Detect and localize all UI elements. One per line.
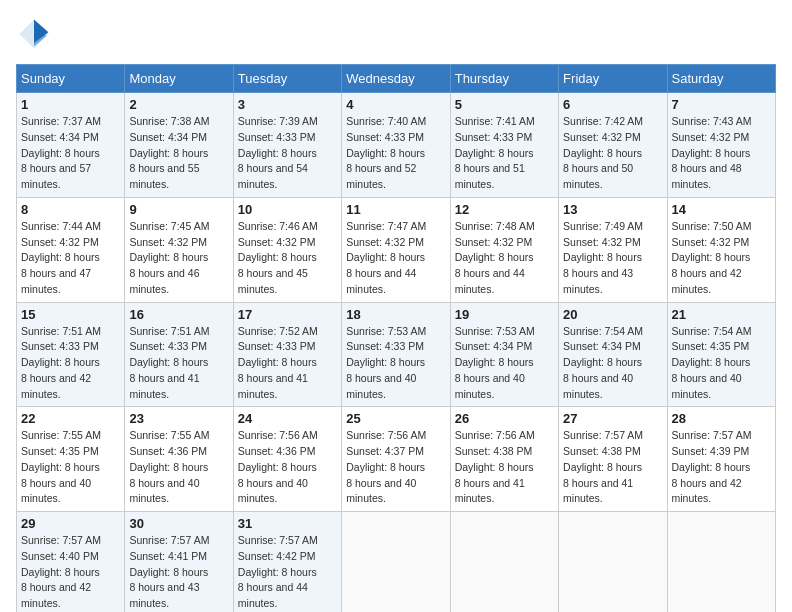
- day-info: Sunrise: 7:57 AMSunset: 4:42 PMDaylight:…: [238, 534, 318, 609]
- calendar-cell: 3 Sunrise: 7:39 AMSunset: 4:33 PMDayligh…: [233, 93, 341, 198]
- calendar-cell: 16 Sunrise: 7:51 AMSunset: 4:33 PMDaylig…: [125, 302, 233, 407]
- weekday-header-row: SundayMondayTuesdayWednesdayThursdayFrid…: [17, 65, 776, 93]
- weekday-header: Tuesday: [233, 65, 341, 93]
- day-number: 31: [238, 516, 337, 531]
- day-number: 11: [346, 202, 445, 217]
- day-info: Sunrise: 7:55 AMSunset: 4:35 PMDaylight:…: [21, 429, 101, 504]
- day-number: 7: [672, 97, 771, 112]
- calendar-cell: 29 Sunrise: 7:57 AMSunset: 4:40 PMDaylig…: [17, 512, 125, 613]
- calendar-week-row: 1 Sunrise: 7:37 AMSunset: 4:34 PMDayligh…: [17, 93, 776, 198]
- weekday-header: Friday: [559, 65, 667, 93]
- day-info: Sunrise: 7:49 AMSunset: 4:32 PMDaylight:…: [563, 220, 643, 295]
- weekday-header: Saturday: [667, 65, 775, 93]
- weekday-header: Sunday: [17, 65, 125, 93]
- day-number: 18: [346, 307, 445, 322]
- calendar-cell: 28 Sunrise: 7:57 AMSunset: 4:39 PMDaylig…: [667, 407, 775, 512]
- calendar-cell: 1 Sunrise: 7:37 AMSunset: 4:34 PMDayligh…: [17, 93, 125, 198]
- day-info: Sunrise: 7:52 AMSunset: 4:33 PMDaylight:…: [238, 325, 318, 400]
- day-info: Sunrise: 7:46 AMSunset: 4:32 PMDaylight:…: [238, 220, 318, 295]
- day-number: 13: [563, 202, 662, 217]
- calendar-cell: 20 Sunrise: 7:54 AMSunset: 4:34 PMDaylig…: [559, 302, 667, 407]
- day-info: Sunrise: 7:53 AMSunset: 4:33 PMDaylight:…: [346, 325, 426, 400]
- day-info: Sunrise: 7:48 AMSunset: 4:32 PMDaylight:…: [455, 220, 535, 295]
- weekday-header: Monday: [125, 65, 233, 93]
- day-number: 4: [346, 97, 445, 112]
- day-info: Sunrise: 7:45 AMSunset: 4:32 PMDaylight:…: [129, 220, 209, 295]
- day-number: 16: [129, 307, 228, 322]
- calendar-cell: 2 Sunrise: 7:38 AMSunset: 4:34 PMDayligh…: [125, 93, 233, 198]
- weekday-header: Wednesday: [342, 65, 450, 93]
- day-number: 20: [563, 307, 662, 322]
- calendar-week-row: 29 Sunrise: 7:57 AMSunset: 4:40 PMDaylig…: [17, 512, 776, 613]
- calendar-cell: 31 Sunrise: 7:57 AMSunset: 4:42 PMDaylig…: [233, 512, 341, 613]
- day-number: 10: [238, 202, 337, 217]
- day-number: 28: [672, 411, 771, 426]
- day-number: 3: [238, 97, 337, 112]
- day-info: Sunrise: 7:44 AMSunset: 4:32 PMDaylight:…: [21, 220, 101, 295]
- day-info: Sunrise: 7:53 AMSunset: 4:34 PMDaylight:…: [455, 325, 535, 400]
- day-number: 22: [21, 411, 120, 426]
- calendar-week-row: 15 Sunrise: 7:51 AMSunset: 4:33 PMDaylig…: [17, 302, 776, 407]
- calendar-cell: 7 Sunrise: 7:43 AMSunset: 4:32 PMDayligh…: [667, 93, 775, 198]
- day-number: 6: [563, 97, 662, 112]
- calendar-cell: 5 Sunrise: 7:41 AMSunset: 4:33 PMDayligh…: [450, 93, 558, 198]
- day-number: 21: [672, 307, 771, 322]
- day-number: 12: [455, 202, 554, 217]
- day-info: Sunrise: 7:42 AMSunset: 4:32 PMDaylight:…: [563, 115, 643, 190]
- page-header: [16, 16, 776, 52]
- calendar-cell: [342, 512, 450, 613]
- day-info: Sunrise: 7:41 AMSunset: 4:33 PMDaylight:…: [455, 115, 535, 190]
- calendar-cell: [667, 512, 775, 613]
- calendar-cell: 8 Sunrise: 7:44 AMSunset: 4:32 PMDayligh…: [17, 197, 125, 302]
- calendar-cell: 9 Sunrise: 7:45 AMSunset: 4:32 PMDayligh…: [125, 197, 233, 302]
- day-info: Sunrise: 7:51 AMSunset: 4:33 PMDaylight:…: [129, 325, 209, 400]
- calendar-cell: 30 Sunrise: 7:57 AMSunset: 4:41 PMDaylig…: [125, 512, 233, 613]
- day-info: Sunrise: 7:56 AMSunset: 4:37 PMDaylight:…: [346, 429, 426, 504]
- day-number: 24: [238, 411, 337, 426]
- day-number: 29: [21, 516, 120, 531]
- calendar-cell: 14 Sunrise: 7:50 AMSunset: 4:32 PMDaylig…: [667, 197, 775, 302]
- day-info: Sunrise: 7:47 AMSunset: 4:32 PMDaylight:…: [346, 220, 426, 295]
- day-info: Sunrise: 7:55 AMSunset: 4:36 PMDaylight:…: [129, 429, 209, 504]
- day-number: 14: [672, 202, 771, 217]
- day-info: Sunrise: 7:57 AMSunset: 4:39 PMDaylight:…: [672, 429, 752, 504]
- day-info: Sunrise: 7:57 AMSunset: 4:40 PMDaylight:…: [21, 534, 101, 609]
- day-info: Sunrise: 7:56 AMSunset: 4:38 PMDaylight:…: [455, 429, 535, 504]
- day-info: Sunrise: 7:38 AMSunset: 4:34 PMDaylight:…: [129, 115, 209, 190]
- calendar-cell: 24 Sunrise: 7:56 AMSunset: 4:36 PMDaylig…: [233, 407, 341, 512]
- day-info: Sunrise: 7:54 AMSunset: 4:34 PMDaylight:…: [563, 325, 643, 400]
- day-number: 2: [129, 97, 228, 112]
- weekday-header: Thursday: [450, 65, 558, 93]
- calendar-cell: [450, 512, 558, 613]
- day-info: Sunrise: 7:37 AMSunset: 4:34 PMDaylight:…: [21, 115, 101, 190]
- calendar-cell: 23 Sunrise: 7:55 AMSunset: 4:36 PMDaylig…: [125, 407, 233, 512]
- day-number: 27: [563, 411, 662, 426]
- day-info: Sunrise: 7:57 AMSunset: 4:38 PMDaylight:…: [563, 429, 643, 504]
- calendar-cell: [559, 512, 667, 613]
- day-number: 8: [21, 202, 120, 217]
- calendar-cell: 4 Sunrise: 7:40 AMSunset: 4:33 PMDayligh…: [342, 93, 450, 198]
- day-info: Sunrise: 7:54 AMSunset: 4:35 PMDaylight:…: [672, 325, 752, 400]
- calendar-cell: 22 Sunrise: 7:55 AMSunset: 4:35 PMDaylig…: [17, 407, 125, 512]
- logo: [16, 16, 56, 52]
- day-info: Sunrise: 7:50 AMSunset: 4:32 PMDaylight:…: [672, 220, 752, 295]
- day-info: Sunrise: 7:57 AMSunset: 4:41 PMDaylight:…: [129, 534, 209, 609]
- day-number: 15: [21, 307, 120, 322]
- calendar-week-row: 8 Sunrise: 7:44 AMSunset: 4:32 PMDayligh…: [17, 197, 776, 302]
- day-number: 5: [455, 97, 554, 112]
- day-info: Sunrise: 7:43 AMSunset: 4:32 PMDaylight:…: [672, 115, 752, 190]
- day-number: 19: [455, 307, 554, 322]
- day-number: 25: [346, 411, 445, 426]
- calendar-cell: 25 Sunrise: 7:56 AMSunset: 4:37 PMDaylig…: [342, 407, 450, 512]
- day-info: Sunrise: 7:40 AMSunset: 4:33 PMDaylight:…: [346, 115, 426, 190]
- day-number: 30: [129, 516, 228, 531]
- calendar-cell: 13 Sunrise: 7:49 AMSunset: 4:32 PMDaylig…: [559, 197, 667, 302]
- calendar-cell: 6 Sunrise: 7:42 AMSunset: 4:32 PMDayligh…: [559, 93, 667, 198]
- day-number: 9: [129, 202, 228, 217]
- calendar-cell: 18 Sunrise: 7:53 AMSunset: 4:33 PMDaylig…: [342, 302, 450, 407]
- calendar-cell: 10 Sunrise: 7:46 AMSunset: 4:32 PMDaylig…: [233, 197, 341, 302]
- day-info: Sunrise: 7:39 AMSunset: 4:33 PMDaylight:…: [238, 115, 318, 190]
- calendar-cell: 11 Sunrise: 7:47 AMSunset: 4:32 PMDaylig…: [342, 197, 450, 302]
- calendar-cell: 21 Sunrise: 7:54 AMSunset: 4:35 PMDaylig…: [667, 302, 775, 407]
- calendar-cell: 19 Sunrise: 7:53 AMSunset: 4:34 PMDaylig…: [450, 302, 558, 407]
